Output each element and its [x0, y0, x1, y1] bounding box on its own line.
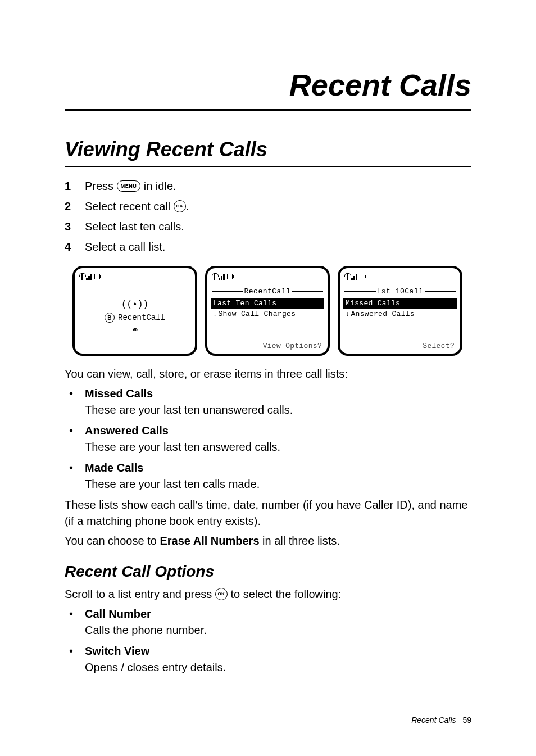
call-lists: Missed Calls These are your last ten una…	[65, 386, 471, 492]
option-call-number-name: Call Number	[85, 608, 151, 620]
step-1-post: in idle.	[140, 180, 176, 192]
menu-button-icon: MENU	[117, 180, 141, 192]
footer-page-number: 59	[462, 716, 471, 725]
section-rule	[65, 166, 471, 167]
call-list-answered-name: Answered Calls	[85, 424, 169, 437]
intro-after-screens: You can view, call, store, or erase item…	[65, 366, 471, 382]
call-list-missed-desc: These are your last ten unanswered calls…	[85, 404, 293, 416]
call-list-missed: Missed Calls These are your last ten una…	[65, 386, 471, 418]
step-2-pre: Select recent call	[85, 200, 174, 212]
phone-screen-2: RecentCall Last Ten Calls ↓Show Call Cha…	[205, 266, 330, 356]
step-3-text: Select last ten calls.	[85, 220, 184, 233]
option-call-number-desc: Calls the phone number.	[85, 624, 207, 636]
signal-antenna-icon	[79, 273, 85, 280]
sub-intro: Scroll to a list entry and press OK to s…	[65, 586, 471, 603]
sub-intro-post: to select the following:	[228, 588, 341, 600]
down-arrow-icon: ↓	[213, 310, 217, 318]
phone-screen-3: Lst 10Call Missed Calls ↓Answered Calls …	[338, 266, 462, 356]
battery-icon	[227, 274, 233, 279]
ok-button-icon: OK	[215, 588, 228, 600]
after-lists-2: You can choose to Erase All Numbers in a…	[65, 533, 471, 549]
option-switch-view-desc: Opens / closes entry details.	[85, 661, 226, 673]
chapter-rule	[65, 109, 471, 111]
options-list: Call Number Calls the phone number. Swit…	[65, 606, 471, 676]
call-list-made: Made Calls These are your last ten calls…	[65, 460, 471, 492]
call-list-answered: Answered Calls These are your last ten a…	[65, 423, 471, 455]
screen3-row-0: Missed Calls	[343, 298, 457, 309]
chapter-title: Recent Calls	[65, 67, 471, 102]
circle-b-icon: B	[105, 313, 115, 323]
screen3-title: Lst 10Call	[377, 287, 424, 296]
call-list-answered-desc: These are your last ten answered calls.	[85, 441, 280, 453]
option-call-number: Call Number Calls the phone number.	[65, 606, 471, 639]
call-list-missed-name: Missed Calls	[85, 387, 153, 400]
phone-screens-row: ((•)) B RecentCall ⚭ RecentCall Last	[72, 266, 471, 356]
after-lists-2-post: in all three lists.	[260, 535, 340, 547]
section-title: Viewing Recent Calls	[65, 138, 471, 161]
signal-bars-icon	[351, 273, 357, 280]
after-lists-2-pre: You can choose to	[65, 535, 160, 547]
screen2-row-1: ↓Show Call Charges	[211, 309, 324, 319]
down-arrow-icon: ↓	[346, 310, 350, 318]
steps-list: Press MENU in idle. Select recent call O…	[65, 177, 471, 256]
step-4: Select a call list.	[65, 238, 471, 256]
screen2-title: RecentCall	[244, 287, 291, 296]
call-list-made-name: Made Calls	[85, 461, 143, 474]
screen3-softkey: Select?	[343, 341, 457, 350]
option-switch-view: Switch View Opens / closes entry details…	[65, 643, 471, 676]
after-lists-1: These lists show each call's time, date,…	[65, 497, 471, 529]
signal-bars-icon	[219, 273, 225, 280]
step-2: Select recent call OK.	[65, 197, 471, 215]
phone-statusbar	[211, 273, 324, 280]
step-4-text: Select a call list.	[85, 241, 165, 253]
step-1: Press MENU in idle.	[65, 177, 471, 195]
step-2-post: .	[186, 200, 189, 212]
recent-call-wave-icon: ((•))	[121, 300, 148, 309]
sub-intro-pre: Scroll to a list entry and press	[65, 588, 215, 600]
footer-label: Recent Calls	[411, 716, 456, 725]
page-footer: Recent Calls 59	[411, 716, 471, 725]
signal-bars-icon	[86, 273, 92, 280]
phone-statusbar	[78, 273, 192, 280]
screen3-row-1: ↓Answered Calls	[343, 309, 457, 319]
erase-all-numbers-label: Erase All Numbers	[160, 535, 259, 547]
step-3: Select last ten calls.	[65, 218, 471, 236]
option-switch-view-name: Switch View	[85, 645, 149, 657]
screen1-label: RecentCall	[118, 313, 165, 322]
call-list-made-desc: These are your last ten calls made.	[85, 478, 260, 490]
battery-icon	[360, 274, 365, 279]
signal-antenna-icon	[344, 273, 350, 280]
screen2-softkey: View Options?	[211, 341, 324, 350]
phone-statusbar	[343, 273, 457, 280]
ok-button-icon: OK	[174, 200, 186, 212]
screen2-row-0: Last Ten Calls	[211, 298, 324, 309]
step-1-pre: Press	[85, 180, 117, 192]
sub-heading: Recent Call Options	[65, 563, 471, 581]
battery-icon	[94, 274, 100, 279]
signal-antenna-icon	[212, 273, 217, 280]
phone-screen-1: ((•)) B RecentCall ⚭	[72, 266, 197, 356]
chain-icon: ⚭	[131, 326, 139, 335]
